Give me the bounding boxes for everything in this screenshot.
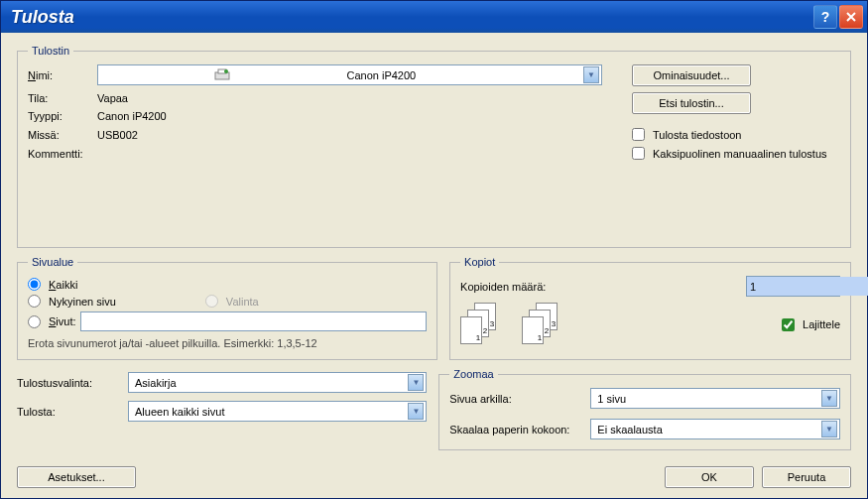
- window-title: Tulosta: [11, 7, 811, 28]
- printer-group: Tulostin Nimi: Canon iP4200 ▼ Ominaisuud…: [17, 45, 851, 248]
- copies-count-label: Kopioiden määrä:: [460, 281, 546, 293]
- page-range-group: Sivualue Kaikki Nykyinen sivu Valinta Si…: [17, 256, 437, 360]
- scale-to-paper-label: Skaalaa paperin kokoon:: [449, 424, 590, 436]
- close-button[interactable]: [839, 5, 863, 29]
- close-icon: [845, 11, 857, 23]
- print-what-label: Tulostusvalinta:: [17, 377, 124, 389]
- printer-name-label: Nimi:: [28, 69, 97, 81]
- printer-status-label: Tila:: [28, 92, 97, 104]
- collate-preview-b: 3 2 1: [522, 303, 559, 346]
- svg-point-2: [224, 69, 228, 73]
- zoom-group: Zoomaa Sivua arkilla: 1 sivu ▼ Skaalaa p…: [438, 368, 851, 450]
- ok-button[interactable]: OK: [665, 466, 754, 488]
- chevron-down-icon: ▼: [821, 421, 837, 437]
- print-side-select[interactable]: Alueen kaikki sivut ▼: [128, 401, 427, 422]
- chevron-down-icon: ▼: [408, 403, 424, 420]
- printer-status-value: Vapaa: [97, 92, 602, 104]
- page-range-hint: Erota sivunumerot ja/tai -alueet pilkuil…: [28, 337, 427, 349]
- cancel-button[interactable]: Peruuta: [762, 466, 851, 488]
- page-range-legend: Sivualue: [28, 256, 77, 268]
- properties-button[interactable]: Ominaisuudet...: [632, 64, 751, 86]
- print-to-file-checkbox[interactable]: Tulosta tiedostoon: [632, 128, 741, 141]
- copies-legend: Kopiot: [460, 256, 499, 268]
- manual-duplex-checkbox[interactable]: Kaksipuolinen manuaalinen tulostus: [632, 147, 827, 160]
- printer-type-label: Tyyppi:: [28, 110, 97, 122]
- range-selection-radio: Valinta: [205, 295, 259, 308]
- chevron-down-icon: ▼: [583, 66, 599, 83]
- find-printer-button[interactable]: Etsi tulostin...: [632, 92, 751, 114]
- copies-count-spinner[interactable]: ▲ ▼: [746, 276, 840, 297]
- printer-name-select[interactable]: Canon iP4200 ▼: [97, 64, 602, 85]
- chevron-down-icon: ▼: [408, 374, 424, 391]
- printer-icon: [102, 67, 341, 83]
- pages-per-sheet-select[interactable]: 1 sivu ▼: [590, 388, 840, 409]
- printer-type-value: Canon iP4200: [97, 110, 602, 122]
- print-dialog: Tulosta ? Tulostin Nimi: Canon iP4200 ▼ …: [0, 0, 868, 499]
- printer-where-value: USB002: [97, 129, 602, 141]
- print-side-label: Tulosta:: [17, 406, 124, 418]
- collate-preview-a: 3 2 1: [460, 303, 498, 346]
- titlebar[interactable]: Tulosta ?: [1, 1, 867, 33]
- range-pages-radio[interactable]: Sivut:: [28, 312, 427, 331]
- chevron-down-icon: ▼: [821, 390, 837, 407]
- printer-comment-label: Kommentti:: [28, 148, 97, 160]
- scale-to-paper-select[interactable]: Ei skaalausta ▼: [590, 419, 840, 439]
- printer-legend: Tulostin: [28, 45, 73, 57]
- copies-group: Kopiot Kopioiden määrä: ▲ ▼ 3 2: [449, 256, 851, 360]
- pages-input[interactable]: [80, 312, 428, 331]
- pages-per-sheet-label: Sivua arkilla:: [449, 393, 590, 405]
- zoom-legend: Zoomaa: [449, 368, 497, 380]
- print-what-select[interactable]: Asiakirja ▼: [128, 372, 427, 393]
- collate-checkbox[interactable]: Lajittele: [782, 318, 840, 331]
- range-all-radio[interactable]: Kaikki: [28, 278, 427, 291]
- help-button[interactable]: ?: [813, 5, 837, 29]
- copies-count-input[interactable]: [747, 277, 868, 296]
- range-current-radio[interactable]: Nykyinen sivu: [28, 295, 116, 308]
- printer-where-label: Missä:: [28, 129, 97, 141]
- options-button[interactable]: Asetukset...: [17, 466, 136, 488]
- printer-name-value: Canon iP4200: [345, 69, 584, 81]
